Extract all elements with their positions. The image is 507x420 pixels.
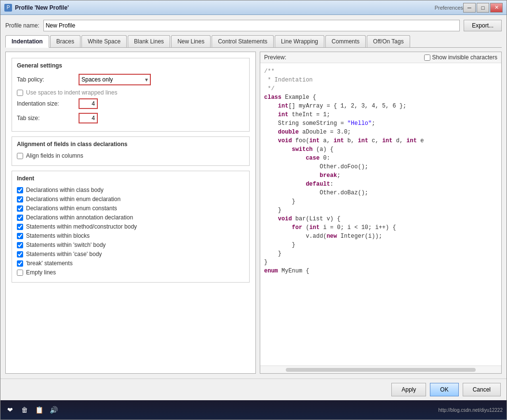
- indent-item-checkbox-5[interactable]: [17, 233, 23, 239]
- indent-item-row: Statements within 'switch' body: [17, 242, 244, 248]
- right-panel: Preview: Show invisible characters /** *…: [260, 52, 502, 374]
- taskbar-icon-heart[interactable]: ❤: [4, 404, 16, 416]
- indent-item-label-0: Declarations within class body: [26, 187, 104, 193]
- indent-item-checkbox-9[interactable]: [17, 270, 23, 276]
- show-invisible-container: Show invisible characters: [424, 54, 497, 61]
- window-controls: ─ □ ✕: [463, 3, 503, 13]
- indent-item-label-4: Statements within method/constructor bod…: [26, 223, 137, 230]
- bottom-bar: Apply OK Cancel: [0, 379, 507, 400]
- indent-title: Indent: [17, 175, 244, 182]
- indent-item-label-7: Statements within 'case' body: [26, 251, 102, 257]
- tab-new-lines[interactable]: New Lines: [171, 35, 211, 47]
- align-fields-label: Align fields in columns: [26, 152, 83, 159]
- use-spaces-row: Use spaces to indent wrapped lines: [17, 89, 244, 96]
- indent-item-label-8: 'break' statements: [26, 260, 73, 267]
- general-settings-section: General settings Tab policy: Spaces only…: [12, 58, 250, 132]
- show-invisible-checkbox[interactable]: [424, 54, 430, 61]
- tab-indentation[interactable]: Indentation: [5, 35, 49, 48]
- tab-blank-lines[interactable]: Blank Lines: [128, 35, 170, 47]
- tab-size-label: Tab size:: [17, 115, 75, 122]
- main-window: P Profile 'New Profile' Preferences ─ □ …: [0, 0, 507, 420]
- tab-policy-select[interactable]: Spaces only Tabs only Mixed: [79, 74, 151, 85]
- indent-item-row: Statements within method/constructor bod…: [17, 223, 244, 230]
- general-settings-title: General settings: [17, 62, 244, 69]
- tab-off-on-tags[interactable]: Off/On Tags: [367, 35, 410, 47]
- indent-item-row: Declarations within class body: [17, 187, 244, 193]
- tab-line-wrapping[interactable]: Line Wrapping: [275, 35, 324, 47]
- indent-item-label-2: Declarations within enum constants: [26, 205, 117, 212]
- indent-item-row: Declarations within annotation declarati…: [17, 214, 244, 221]
- align-fields-checkbox[interactable]: [17, 153, 23, 159]
- indent-item-row: Declarations within enum declaration: [17, 196, 244, 203]
- indentation-size-row: Indentation size:: [17, 98, 244, 109]
- indent-item-checkbox-7[interactable]: [17, 251, 23, 257]
- indent-item-row: Empty lines: [17, 269, 244, 276]
- maximize-button[interactable]: □: [477, 3, 489, 13]
- window-title: Profile 'New Profile': [15, 4, 431, 11]
- tab-braces[interactable]: Braces: [50, 35, 80, 47]
- scrollbar-area: [260, 366, 501, 373]
- tab-white-space[interactable]: White Space: [81, 35, 127, 47]
- tab-comments[interactable]: Comments: [325, 35, 366, 47]
- tab-control-statements[interactable]: Control Statements: [212, 35, 274, 47]
- indent-item-checkbox-4[interactable]: [17, 224, 23, 230]
- indent-item-checkbox-1[interactable]: [17, 196, 23, 203]
- indent-item-row: Statements within 'case' body: [17, 251, 244, 257]
- indent-items-container: Declarations within class bodyDeclaratio…: [17, 187, 244, 276]
- left-panel: General settings Tab policy: Spaces only…: [5, 52, 256, 374]
- tab-size-row: Tab size:: [17, 113, 244, 123]
- preview-header: Preview: Show invisible characters: [260, 52, 501, 63]
- watermark-text: http://blog.csdn.net/diyu12222: [439, 407, 503, 413]
- main-panel: General settings Tab policy: Spaces only…: [5, 52, 502, 374]
- tab-policy-dropdown-wrapper: Spaces only Tabs only Mixed ▼: [79, 74, 151, 85]
- cancel-button[interactable]: Cancel: [463, 383, 501, 396]
- indent-item-checkbox-8[interactable]: [17, 260, 23, 267]
- content-area: Profile name: Export... Indentation Brac…: [0, 15, 507, 379]
- indent-item-checkbox-0[interactable]: [17, 187, 23, 193]
- profile-name-label: Profile name:: [5, 22, 40, 29]
- apply-button[interactable]: Apply: [391, 383, 426, 396]
- title-bar: P Profile 'New Profile' Preferences ─ □ …: [0, 0, 507, 15]
- preview-label: Preview:: [264, 54, 286, 61]
- indent-item-row: 'break' statements: [17, 260, 244, 267]
- tab-size-input[interactable]: [79, 113, 98, 123]
- use-spaces-checkbox[interactable]: [17, 90, 23, 96]
- horizontal-scrollbar[interactable]: [286, 368, 476, 372]
- indentation-size-input[interactable]: [79, 98, 98, 109]
- indent-section: Indent Declarations within class bodyDec…: [12, 171, 250, 283]
- indent-item-checkbox-2[interactable]: [17, 205, 23, 212]
- tab-policy-label: Tab policy:: [17, 76, 75, 83]
- tabs-bar: Indentation Braces White Space Blank Lin…: [5, 35, 502, 48]
- indent-item-label-6: Statements within 'switch' body: [26, 242, 106, 248]
- preferences-link: Preferences: [435, 5, 463, 11]
- use-spaces-label: Use spaces to indent wrapped lines: [26, 89, 117, 96]
- indent-item-row: Statements within blocks: [17, 232, 244, 239]
- taskbar: ❤ 🗑 📋 🔊 http://blog.csdn.net/diyu12222: [0, 400, 507, 420]
- profile-name-row: Profile name: Export...: [5, 20, 502, 31]
- minimize-button[interactable]: ─: [463, 3, 476, 13]
- taskbar-icon-trash[interactable]: 🗑: [19, 404, 30, 416]
- indent-item-label-1: Declarations within enum declaration: [26, 196, 120, 203]
- show-invisible-label: Show invisible characters: [432, 54, 497, 61]
- indent-item-row: Declarations within enum constants: [17, 205, 244, 212]
- taskbar-icon-clipboard[interactable]: 📋: [33, 404, 45, 416]
- profile-name-input[interactable]: [43, 20, 460, 31]
- indent-item-checkbox-3[interactable]: [17, 215, 23, 221]
- indentation-size-label: Indentation size:: [17, 100, 75, 107]
- alignment-title: Alignment of fields in class declaration…: [17, 141, 244, 148]
- indent-item-checkbox-6[interactable]: [17, 242, 23, 248]
- ok-button[interactable]: OK: [430, 383, 458, 396]
- taskbar-icon-sound[interactable]: 🔊: [48, 404, 59, 416]
- close-button[interactable]: ✕: [490, 3, 503, 13]
- window-icon: P: [4, 4, 12, 12]
- alignment-section: Alignment of fields in class declaration…: [12, 136, 250, 166]
- indent-item-label-3: Declarations within annotation declarati…: [26, 214, 133, 221]
- align-fields-row: Align fields in columns: [17, 152, 244, 159]
- tab-policy-row: Tab policy: Spaces only Tabs only Mixed …: [17, 74, 244, 85]
- indent-item-label-9: Empty lines: [26, 269, 56, 276]
- code-preview: /** * Indentation */ class Example { int…: [260, 63, 501, 366]
- indent-item-label-5: Statements within blocks: [26, 232, 90, 239]
- export-button[interactable]: Export...: [464, 20, 502, 31]
